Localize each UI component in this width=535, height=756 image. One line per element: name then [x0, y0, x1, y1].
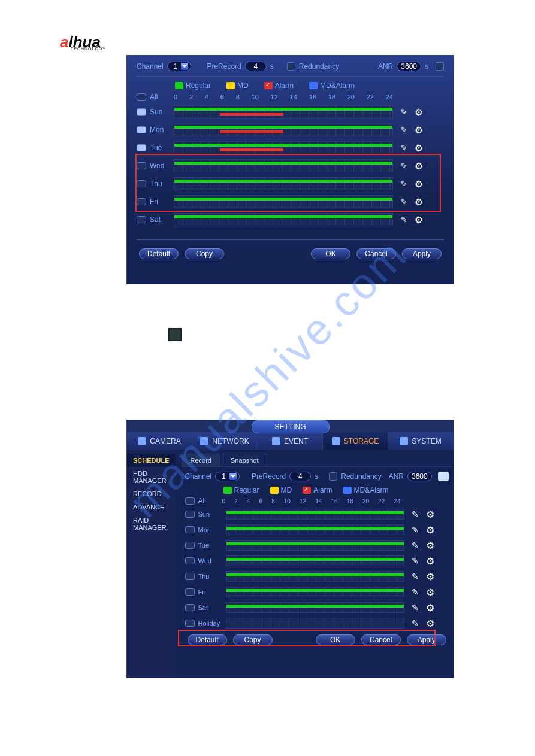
eraser-icon[interactable]: ✎	[410, 571, 420, 582]
eraser-icon[interactable]: ✎	[399, 107, 409, 117]
gear-icon[interactable]: ⚙	[425, 555, 436, 566]
redundancy-checkbox[interactable]	[329, 472, 337, 481]
link-day-checkbox[interactable]	[137, 216, 146, 223]
gear-icon[interactable]: ⚙	[413, 125, 424, 135]
brand-logo-sub: TECHNOLOGY	[71, 47, 106, 51]
anr-input[interactable]: 3600	[407, 472, 432, 481]
sidebar-item-record[interactable]: RECORD	[127, 487, 176, 500]
eraser-icon[interactable]: ✎	[399, 160, 409, 171]
prerecord-input[interactable]: 4	[289, 472, 311, 481]
gear-icon[interactable]: ⚙	[425, 571, 436, 582]
nav-tab-system[interactable]: SYSTEM	[388, 432, 454, 450]
anr-unit: s	[425, 62, 428, 71]
nav-tab-event[interactable]: EVENT	[258, 432, 323, 450]
gear-icon[interactable]: ⚙	[425, 602, 436, 613]
link-day-checkbox[interactable]	[185, 573, 195, 580]
link-day-checkbox[interactable]	[185, 620, 195, 627]
timeline-sun[interactable]	[226, 509, 404, 520]
channel-select[interactable]: 1	[215, 472, 240, 481]
link-day-checkbox[interactable]	[185, 557, 195, 564]
ok-button[interactable]: OK	[311, 248, 350, 259]
eraser-icon[interactable]: ✎	[399, 214, 409, 225]
subtab-record[interactable]: Record	[182, 454, 220, 466]
link-day-checkbox[interactable]	[185, 588, 195, 596]
link-day-checkbox[interactable]	[137, 144, 146, 151]
gear-icon[interactable]: ⚙	[413, 214, 424, 225]
eraser-icon[interactable]: ✎	[410, 540, 420, 551]
gear-icon[interactable]: ⚙	[413, 107, 424, 117]
channel-select[interactable]: 1	[167, 62, 192, 71]
nav-tab-camera[interactable]: CAMERA	[127, 432, 192, 450]
ok-button[interactable]: OK	[316, 634, 355, 645]
timeline-fri[interactable]	[174, 195, 393, 208]
timeline-mon[interactable]	[226, 524, 404, 535]
eraser-icon[interactable]: ✎	[399, 142, 409, 153]
eraser-icon[interactable]: ✎	[410, 555, 420, 566]
sidebar-item-hdd-manager[interactable]: HDD MANAGER	[127, 467, 176, 487]
timeline-thu[interactable]	[226, 571, 404, 582]
timeline-fri[interactable]	[226, 587, 404, 597]
eraser-icon[interactable]: ✎	[410, 524, 420, 535]
timeline-mon[interactable]	[174, 123, 393, 136]
timeline-holiday[interactable]	[226, 618, 404, 629]
timeline-sat[interactable]	[174, 213, 393, 226]
gear-icon[interactable]: ⚙	[425, 618, 436, 629]
timeline-tue[interactable]	[174, 141, 393, 154]
anr-input[interactable]: 3600	[397, 62, 421, 71]
link-day-checkbox[interactable]	[137, 180, 146, 187]
keypad-icon[interactable]	[438, 472, 449, 481]
link-day-checkbox[interactable]	[185, 526, 195, 533]
prerecord-input[interactable]: 4	[245, 62, 267, 71]
nav-tab-storage[interactable]: STORAGE	[323, 432, 388, 450]
link-day-checkbox[interactable]	[137, 126, 146, 133]
gear-icon[interactable]: ⚙	[425, 509, 436, 520]
legend-alarm: ✓Alarm	[303, 486, 332, 494]
link-day-checkbox[interactable]	[185, 542, 195, 549]
apply-button[interactable]: Apply	[402, 248, 442, 259]
eraser-icon[interactable]: ✎	[410, 587, 420, 597]
link-day-checkbox[interactable]	[185, 511, 195, 518]
timeline-thu[interactable]	[174, 177, 393, 190]
chevron-down-icon	[229, 473, 237, 480]
link-day-checkbox[interactable]	[137, 108, 146, 116]
gear-icon[interactable]: ⚙	[413, 196, 424, 207]
nav-tab-network[interactable]: NETWORK	[192, 432, 258, 450]
schedule-panel-1: Channel 1 PreRecord 4 s Redundancy ANR 3…	[126, 55, 454, 284]
gear-icon[interactable]: ⚙	[413, 178, 424, 189]
copy-button[interactable]: Copy	[233, 634, 273, 645]
gear-icon[interactable]: ⚙	[425, 524, 436, 535]
gear-icon[interactable]: ⚙	[413, 142, 424, 153]
prerecord-unit: s	[270, 62, 274, 71]
link-all-checkbox[interactable]	[185, 497, 195, 505]
gear-icon[interactable]: ⚙	[413, 160, 424, 171]
gear-icon[interactable]: ⚙	[425, 540, 436, 551]
cancel-button[interactable]: Cancel	[361, 634, 401, 645]
timeline-sat[interactable]	[226, 602, 404, 613]
sidebar-item-raid-manager[interactable]: RAID MANAGER	[127, 514, 176, 534]
eraser-icon[interactable]: ✎	[410, 509, 420, 520]
link-all-checkbox[interactable]	[137, 93, 146, 101]
cancel-button[interactable]: Cancel	[356, 248, 396, 259]
gear-icon[interactable]: ⚙	[425, 587, 436, 597]
anr-checkbox[interactable]	[436, 62, 444, 71]
link-day-checkbox[interactable]	[185, 604, 195, 611]
timeline-wed[interactable]	[174, 159, 393, 172]
apply-button[interactable]: Apply	[407, 634, 446, 645]
eraser-icon[interactable]: ✎	[399, 178, 409, 189]
default-button[interactable]: Default	[139, 248, 179, 259]
link-day-checkbox[interactable]	[137, 198, 146, 205]
redundancy-checkbox[interactable]	[287, 62, 295, 71]
sidebar-item-schedule[interactable]: SCHEDULE	[127, 454, 176, 467]
timeline-tue[interactable]	[226, 540, 404, 551]
copy-button[interactable]: Copy	[185, 248, 224, 259]
link-day-checkbox[interactable]	[137, 162, 146, 169]
sidebar-item-advance[interactable]: ADVANCE	[127, 500, 176, 514]
timeline-sun[interactable]	[174, 105, 393, 119]
eraser-icon[interactable]: ✎	[410, 602, 420, 613]
default-button[interactable]: Default	[188, 634, 227, 645]
subtab-snapshot[interactable]: Snapshot	[222, 454, 267, 466]
eraser-icon[interactable]: ✎	[399, 196, 409, 207]
eraser-icon[interactable]: ✎	[410, 618, 420, 629]
timeline-wed[interactable]	[226, 555, 404, 566]
eraser-icon[interactable]: ✎	[399, 125, 409, 135]
